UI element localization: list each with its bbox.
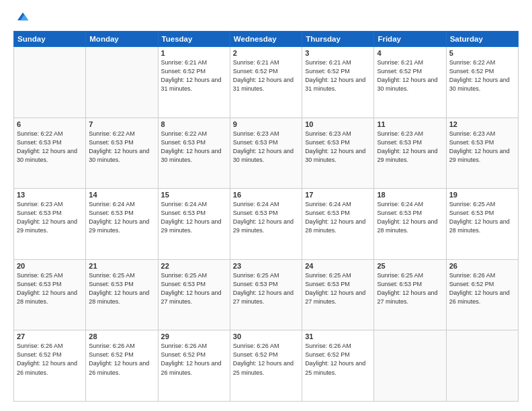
weekday-header: Saturday: [446, 32, 518, 47]
day-info: Sunrise: 6:26 AM Sunset: 6:52 PM Dayligh…: [305, 342, 371, 377]
calendar-cell: 11Sunrise: 6:23 AM Sunset: 6:53 PM Dayli…: [374, 118, 446, 189]
page: SundayMondayTuesdayWednesdayThursdayFrid…: [0, 0, 532, 411]
calendar-cell: 2Sunrise: 6:21 AM Sunset: 6:52 PM Daylig…: [230, 47, 302, 118]
calendar-cell: [446, 330, 518, 402]
day-number: 22: [161, 262, 227, 270]
header: [13, 12, 519, 24]
day-number: 3: [305, 49, 371, 57]
calendar-week-row: 27Sunrise: 6:26 AM Sunset: 6:52 PM Dayli…: [14, 330, 519, 402]
day-info: Sunrise: 6:24 AM Sunset: 6:53 PM Dayligh…: [89, 200, 154, 235]
day-info: Sunrise: 6:22 AM Sunset: 6:53 PM Dayligh…: [89, 130, 154, 165]
day-number: 20: [17, 262, 83, 270]
day-number: 13: [17, 191, 83, 199]
day-number: 8: [161, 120, 227, 128]
calendar-week-row: 13Sunrise: 6:23 AM Sunset: 6:53 PM Dayli…: [14, 189, 519, 260]
day-info: Sunrise: 6:25 AM Sunset: 6:53 PM Dayligh…: [233, 271, 299, 306]
calendar-cell: 26Sunrise: 6:26 AM Sunset: 6:52 PM Dayli…: [446, 259, 518, 330]
day-number: 6: [17, 120, 83, 128]
calendar-cell: 27Sunrise: 6:26 AM Sunset: 6:52 PM Dayli…: [14, 330, 86, 402]
calendar-cell: 30Sunrise: 6:26 AM Sunset: 6:52 PM Dayli…: [230, 330, 302, 402]
calendar-cell: 16Sunrise: 6:24 AM Sunset: 6:53 PM Dayli…: [230, 189, 302, 260]
day-number: 21: [89, 262, 154, 270]
calendar-cell: 29Sunrise: 6:26 AM Sunset: 6:52 PM Dayli…: [158, 330, 230, 402]
day-number: 27: [17, 332, 83, 340]
day-info: Sunrise: 6:24 AM Sunset: 6:53 PM Dayligh…: [377, 200, 443, 235]
day-info: Sunrise: 6:25 AM Sunset: 6:53 PM Dayligh…: [89, 271, 154, 306]
calendar-week-row: 6Sunrise: 6:22 AM Sunset: 6:53 PM Daylig…: [14, 118, 519, 189]
calendar-week-row: 1Sunrise: 6:21 AM Sunset: 6:52 PM Daylig…: [14, 47, 519, 118]
day-number: 31: [305, 332, 371, 340]
logo-icon: [15, 9, 30, 24]
calendar-cell: 15Sunrise: 6:24 AM Sunset: 6:53 PM Dayli…: [158, 189, 230, 260]
day-number: 2: [233, 49, 299, 57]
day-number: 12: [449, 120, 515, 128]
calendar-cell: 5Sunrise: 6:22 AM Sunset: 6:52 PM Daylig…: [446, 47, 518, 118]
day-info: Sunrise: 6:26 AM Sunset: 6:52 PM Dayligh…: [161, 342, 227, 377]
calendar-cell: 8Sunrise: 6:22 AM Sunset: 6:53 PM Daylig…: [158, 118, 230, 189]
day-number: 24: [305, 262, 371, 270]
weekday-header: Sunday: [14, 32, 86, 47]
calendar-cell: 23Sunrise: 6:25 AM Sunset: 6:53 PM Dayli…: [230, 259, 302, 330]
day-info: Sunrise: 6:23 AM Sunset: 6:53 PM Dayligh…: [17, 200, 83, 235]
calendar-cell: 6Sunrise: 6:22 AM Sunset: 6:53 PM Daylig…: [14, 118, 86, 189]
day-info: Sunrise: 6:23 AM Sunset: 6:53 PM Dayligh…: [233, 130, 299, 165]
day-info: Sunrise: 6:21 AM Sunset: 6:52 PM Dayligh…: [233, 58, 299, 93]
day-info: Sunrise: 6:23 AM Sunset: 6:53 PM Dayligh…: [449, 130, 515, 165]
day-number: 26: [449, 262, 515, 270]
day-number: 17: [305, 191, 371, 199]
day-info: Sunrise: 6:25 AM Sunset: 6:53 PM Dayligh…: [161, 271, 227, 306]
day-info: Sunrise: 6:25 AM Sunset: 6:53 PM Dayligh…: [377, 271, 443, 306]
day-number: 30: [233, 332, 299, 340]
day-info: Sunrise: 6:26 AM Sunset: 6:52 PM Dayligh…: [233, 342, 299, 377]
day-info: Sunrise: 6:22 AM Sunset: 6:53 PM Dayligh…: [161, 130, 227, 165]
day-number: 11: [377, 120, 443, 128]
day-info: Sunrise: 6:23 AM Sunset: 6:53 PM Dayligh…: [305, 130, 371, 165]
day-number: 15: [161, 191, 227, 199]
calendar-cell: 3Sunrise: 6:21 AM Sunset: 6:52 PM Daylig…: [302, 47, 374, 118]
calendar-cell: 22Sunrise: 6:25 AM Sunset: 6:53 PM Dayli…: [158, 259, 230, 330]
calendar-cell: 18Sunrise: 6:24 AM Sunset: 6:53 PM Dayli…: [374, 189, 446, 260]
weekday-header: Thursday: [302, 32, 374, 47]
calendar-cell: 25Sunrise: 6:25 AM Sunset: 6:53 PM Dayli…: [374, 259, 446, 330]
weekday-header: Wednesday: [230, 32, 302, 47]
day-info: Sunrise: 6:22 AM Sunset: 6:53 PM Dayligh…: [17, 130, 83, 165]
day-info: Sunrise: 6:26 AM Sunset: 6:52 PM Dayligh…: [17, 342, 83, 377]
calendar-cell: 13Sunrise: 6:23 AM Sunset: 6:53 PM Dayli…: [14, 189, 86, 260]
day-number: 28: [89, 332, 154, 340]
calendar-cell: 24Sunrise: 6:25 AM Sunset: 6:53 PM Dayli…: [302, 259, 374, 330]
calendar-cell: [14, 47, 86, 118]
day-info: Sunrise: 6:25 AM Sunset: 6:53 PM Dayligh…: [449, 200, 515, 235]
calendar-cell: 1Sunrise: 6:21 AM Sunset: 6:52 PM Daylig…: [158, 47, 230, 118]
calendar-cell: 31Sunrise: 6:26 AM Sunset: 6:52 PM Dayli…: [302, 330, 374, 402]
day-info: Sunrise: 6:26 AM Sunset: 6:52 PM Dayligh…: [449, 271, 515, 306]
calendar-cell: 7Sunrise: 6:22 AM Sunset: 6:53 PM Daylig…: [86, 118, 158, 189]
calendar-cell: 9Sunrise: 6:23 AM Sunset: 6:53 PM Daylig…: [230, 118, 302, 189]
day-info: Sunrise: 6:21 AM Sunset: 6:52 PM Dayligh…: [161, 58, 227, 93]
day-info: Sunrise: 6:25 AM Sunset: 6:53 PM Dayligh…: [17, 271, 83, 306]
calendar-cell: 12Sunrise: 6:23 AM Sunset: 6:53 PM Dayli…: [446, 118, 518, 189]
weekday-header: Friday: [374, 32, 446, 47]
day-number: 7: [89, 120, 154, 128]
calendar-cell: [86, 47, 158, 118]
calendar-week-row: 20Sunrise: 6:25 AM Sunset: 6:53 PM Dayli…: [14, 259, 519, 330]
calendar-cell: 14Sunrise: 6:24 AM Sunset: 6:53 PM Dayli…: [86, 189, 158, 260]
day-number: 19: [449, 191, 515, 199]
weekday-header: Monday: [86, 32, 158, 47]
day-info: Sunrise: 6:23 AM Sunset: 6:53 PM Dayligh…: [377, 130, 443, 165]
day-number: 18: [377, 191, 443, 199]
calendar-cell: 19Sunrise: 6:25 AM Sunset: 6:53 PM Dayli…: [446, 189, 518, 260]
day-number: 5: [449, 49, 515, 57]
day-number: 4: [377, 49, 443, 57]
day-info: Sunrise: 6:22 AM Sunset: 6:52 PM Dayligh…: [449, 58, 515, 93]
day-number: 23: [233, 262, 299, 270]
calendar-cell: 20Sunrise: 6:25 AM Sunset: 6:53 PM Dayli…: [14, 259, 86, 330]
weekday-header-row: SundayMondayTuesdayWednesdayThursdayFrid…: [14, 32, 519, 47]
day-info: Sunrise: 6:26 AM Sunset: 6:52 PM Dayligh…: [89, 342, 154, 377]
calendar-cell: 28Sunrise: 6:26 AM Sunset: 6:52 PM Dayli…: [86, 330, 158, 402]
calendar-cell: 17Sunrise: 6:24 AM Sunset: 6:53 PM Dayli…: [302, 189, 374, 260]
day-info: Sunrise: 6:24 AM Sunset: 6:53 PM Dayligh…: [305, 200, 371, 235]
calendar-cell: 4Sunrise: 6:21 AM Sunset: 6:52 PM Daylig…: [374, 47, 446, 118]
day-number: 10: [305, 120, 371, 128]
day-info: Sunrise: 6:21 AM Sunset: 6:52 PM Dayligh…: [305, 58, 371, 93]
day-info: Sunrise: 6:24 AM Sunset: 6:53 PM Dayligh…: [161, 200, 227, 235]
